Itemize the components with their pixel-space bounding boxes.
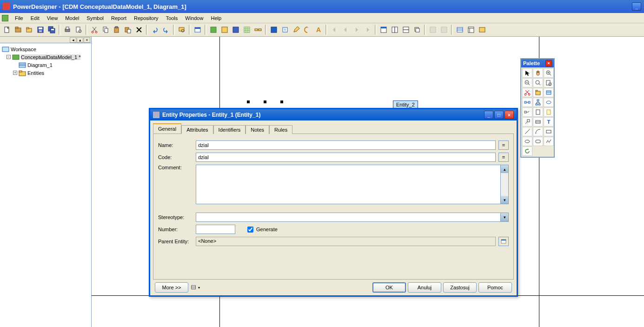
roundrect-icon[interactable] xyxy=(533,137,543,146)
win-d-icon[interactable] xyxy=(412,25,422,35)
paste-icon[interactable] xyxy=(112,25,122,35)
help-button[interactable]: Pomoc xyxy=(478,282,512,293)
win-g-icon[interactable] xyxy=(455,25,465,35)
tree-toggle-icon[interactable]: − xyxy=(7,55,11,59)
code-sync-button[interactable]: = xyxy=(498,153,509,162)
tool-b-icon[interactable] xyxy=(219,25,230,35)
print-icon[interactable] xyxy=(62,25,73,35)
inheritance-icon[interactable] xyxy=(533,98,543,107)
menu-window[interactable]: Window xyxy=(181,14,207,22)
copy-icon[interactable] xyxy=(100,25,111,35)
tool-a-icon[interactable] xyxy=(208,25,219,35)
tree-entities[interactable]: Entities xyxy=(27,70,44,76)
entity-icon[interactable] xyxy=(544,88,554,97)
win-f-icon[interactable] xyxy=(439,25,449,35)
nav-next-icon[interactable] xyxy=(352,25,362,35)
win-c-icon[interactable] xyxy=(401,25,411,35)
note-icon[interactable] xyxy=(544,107,554,117)
nav-back-icon[interactable] xyxy=(329,25,339,35)
stereotype-combo[interactable]: ▾ xyxy=(196,213,509,222)
print-preview-icon[interactable] xyxy=(73,25,84,35)
tab-attributes[interactable]: Attributes xyxy=(181,125,213,134)
zoom-out-icon[interactable] xyxy=(522,78,532,87)
zoom-in-icon[interactable] xyxy=(544,68,554,78)
menu-report[interactable]: Report xyxy=(107,14,130,22)
undo-icon[interactable] xyxy=(150,25,160,35)
more-button[interactable]: More >> xyxy=(155,282,188,293)
tree-diagram[interactable]: Diagram_1 xyxy=(27,62,53,68)
link-a-icon[interactable] xyxy=(522,107,532,117)
dialog-menu-button[interactable]: ▾ xyxy=(190,282,200,293)
line-icon[interactable] xyxy=(522,127,532,136)
redo-icon[interactable] xyxy=(161,25,171,35)
zoom-fit-icon[interactable] xyxy=(533,78,543,87)
win-b-icon[interactable] xyxy=(390,25,400,35)
tool-f-icon[interactable] xyxy=(269,25,279,35)
refresh-icon[interactable] xyxy=(522,147,532,156)
tool-c-icon[interactable] xyxy=(231,25,241,35)
file-icon[interactable] xyxy=(533,107,543,117)
name-sync-button[interactable]: = xyxy=(498,140,509,150)
comment-field[interactable] xyxy=(196,165,501,204)
pointer-icon[interactable] xyxy=(522,68,532,78)
menu-repository[interactable]: Repository xyxy=(130,14,162,22)
zoom-page-icon[interactable] xyxy=(544,78,554,87)
tab-identifiers[interactable]: Identifiers xyxy=(213,125,246,134)
save-icon[interactable] xyxy=(35,25,46,35)
properties-icon[interactable] xyxy=(193,25,203,35)
association-icon[interactable] xyxy=(544,98,554,107)
find-icon[interactable] xyxy=(177,25,187,35)
tool-g-icon[interactable]: T xyxy=(280,25,290,35)
scroll-down-icon[interactable]: ▾ xyxy=(501,196,508,204)
cancel-button[interactable]: Anuluj xyxy=(408,282,441,293)
pencil-icon[interactable] xyxy=(291,25,301,35)
menu-model[interactable]: Model xyxy=(61,14,83,22)
palette-titlebar[interactable]: Palette × xyxy=(521,59,554,67)
dialog-minimize-button[interactable]: _ xyxy=(484,111,493,119)
menu-help[interactable]: Help xyxy=(207,14,225,22)
cut-icon[interactable] xyxy=(89,25,100,35)
nav-fwd-icon[interactable] xyxy=(363,25,373,35)
new-icon[interactable] xyxy=(2,25,12,35)
menu-view[interactable]: View xyxy=(43,14,62,22)
dialog-close-button[interactable]: × xyxy=(505,111,514,119)
apply-button[interactable]: Zastosuj xyxy=(443,282,477,293)
win-i-icon[interactable] xyxy=(477,25,487,35)
parent-entity-browse-button[interactable] xyxy=(498,237,509,246)
win-e-icon[interactable] xyxy=(428,25,438,35)
tab-notes[interactable]: Notes xyxy=(246,125,269,134)
polyline-icon[interactable] xyxy=(544,137,554,146)
relationship-icon[interactable] xyxy=(522,98,532,107)
minimize-button[interactable]: _ xyxy=(632,2,641,11)
link-b-icon[interactable] xyxy=(522,117,532,127)
delete-icon[interactable] xyxy=(134,25,144,35)
pane-left-icon[interactable]: ◂ xyxy=(70,37,76,43)
number-field[interactable] xyxy=(196,225,235,234)
menu-tools[interactable]: Tools xyxy=(162,14,182,22)
ellipse-icon[interactable] xyxy=(522,137,532,146)
new-model-icon[interactable] xyxy=(13,25,23,35)
palette-close-button[interactable]: × xyxy=(545,60,552,67)
tree-model[interactable]: ConceptualDataModel_1 * xyxy=(21,54,80,60)
rect-icon[interactable] xyxy=(544,127,554,136)
nav-prev-icon[interactable] xyxy=(340,25,351,35)
save-all-icon[interactable] xyxy=(46,25,57,35)
open-icon[interactable] xyxy=(24,25,34,35)
menu-file[interactable]: File xyxy=(11,14,27,22)
tree-toggle-icon[interactable]: + xyxy=(13,71,17,75)
dialog-maximize-button[interactable]: □ xyxy=(494,111,504,119)
generate-checkbox[interactable] xyxy=(247,227,253,233)
win-a-icon[interactable] xyxy=(378,25,389,35)
dialog-titlebar[interactable]: Entity Properties - Entity_1 (Entity_1) … xyxy=(150,109,517,120)
tool-h-icon[interactable] xyxy=(302,25,312,35)
code-field[interactable] xyxy=(196,153,496,162)
pane-pin-icon[interactable]: ▴ xyxy=(77,37,83,43)
tree-root[interactable]: Workspace xyxy=(11,47,36,52)
tab-general[interactable]: General xyxy=(153,123,181,133)
menu-symbol[interactable]: Symbol xyxy=(83,14,107,22)
package-icon[interactable] xyxy=(533,88,543,97)
cut-sym-icon[interactable] xyxy=(522,88,532,97)
tab-rules[interactable]: Rules xyxy=(269,125,292,134)
chevron-down-icon[interactable]: ▾ xyxy=(500,213,508,221)
ok-button[interactable]: OK xyxy=(372,282,406,293)
